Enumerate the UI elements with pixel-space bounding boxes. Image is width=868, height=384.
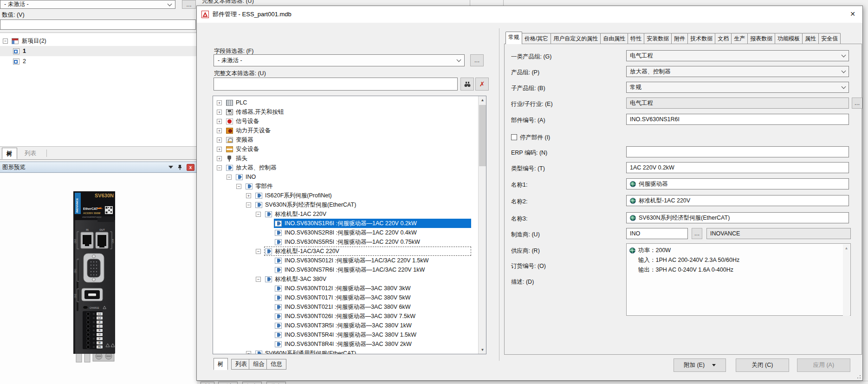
expander-icon[interactable]: + (217, 100, 222, 105)
close-icon[interactable]: x (187, 164, 194, 171)
tree-node-content[interactable]: INO.SV630NT5R4I :伺服驱动器—3AC 380V 1.5kW (274, 330, 471, 339)
parts-tree-node[interactable]: +信号设备 (213, 117, 471, 126)
parts-tree-node[interactable]: +插头 (213, 154, 471, 163)
parts-tree-node[interactable]: INO.SV630NS012I :伺服驱动器—1AC/3AC 220V 1.5k… (213, 256, 471, 265)
tree-node-content[interactable]: INO.SV630NS012I :伺服驱动器—1AC/3AC 220V 1.5k… (274, 256, 471, 265)
binoculars-icon[interactable] (460, 78, 474, 91)
type-number-input[interactable]: 1AC 220V 0.2kW (626, 162, 849, 173)
close-button[interactable]: 关闭 (C) (736, 358, 789, 372)
expander-icon[interactable]: + (217, 147, 222, 152)
tree-node-content[interactable]: 传感器,开关和按钮 (225, 107, 471, 117)
erp-code-input[interactable] (626, 146, 849, 157)
tree-node-content[interactable]: INO.SV630NS5R5I :伺服驱动器—1AC 220V 0.75kW (274, 237, 471, 247)
tree-node-content[interactable]: INO.SV630NS2R8I :伺服驱动器—1AC 220V 0.4kW (274, 228, 471, 237)
description-textarea[interactable]: 功率：200W 输入：1PH AC 200-240V 2.3A 50/60Hz … (626, 243, 851, 316)
product-top-group-select[interactable]: 电气工程 (626, 50, 849, 61)
parts-tree-node[interactable]: +安全设备 (213, 144, 471, 154)
tab-properties-13[interactable]: 安全值 (818, 33, 841, 44)
resize-grip[interactable] (856, 374, 861, 379)
tab-properties-2[interactable]: 用户自定义的属性 (551, 33, 601, 44)
scroll-up-icon[interactable]: ▲ (479, 96, 486, 104)
vertical-scrollbar[interactable]: ▲ ▼ (478, 96, 486, 354)
tree-node-content[interactable]: SV630N系列经济型伺服(EtherCAT) (254, 200, 471, 209)
discontinued-checkbox[interactable] (511, 134, 517, 140)
parts-tree-node[interactable]: −零部件 (213, 182, 471, 191)
filter-combobox[interactable]: - 未激活 - (0, 0, 175, 9)
tree-node-content[interactable]: 零部件 (245, 182, 471, 191)
parts-tree-node[interactable]: INO.SV630NT8R4I :伺服驱动器—3AC 380V 2kW (213, 339, 471, 349)
tab-properties-6[interactable]: 附件 (671, 33, 688, 44)
dialog-tab-list[interactable]: 列表 (231, 359, 251, 370)
expander-icon[interactable]: + (217, 156, 222, 161)
tab-list[interactable]: 列表 (20, 148, 40, 159)
parts-tree-node[interactable]: −INO (213, 172, 471, 182)
parts-tree-node[interactable]: −标准机型-1AC 220V (213, 209, 471, 219)
tab-properties-12[interactable]: 属性 (802, 33, 819, 44)
field-filter-combobox[interactable]: - 未激活 - (214, 54, 465, 66)
expander-icon[interactable]: + (217, 119, 222, 124)
dialog-titlebar[interactable]: 部件管理 - ESS_part001.mdb ✕ (197, 6, 862, 23)
parts-tree-node[interactable]: INO.SV630NT012I :伺服驱动器—3AC 380V 3kW (213, 284, 471, 293)
expander-icon[interactable]: + (217, 128, 222, 133)
tab-properties-1[interactable]: 价格/其它 (522, 33, 551, 44)
description-scrollbar[interactable]: ▲ (843, 244, 850, 316)
parts-tree-node[interactable]: +变频器 (213, 135, 471, 144)
parts-tree-node[interactable]: −标准机型-1AC/3AC 220V (213, 247, 471, 256)
parts-tree-node[interactable]: INO.SV630NS2R8I :伺服驱动器—1AC 220V 0.4kW (213, 228, 471, 237)
tree-node-content[interactable]: 标准机型-1AC/3AC 220V (264, 247, 471, 256)
close-icon[interactable]: ✕ (848, 9, 858, 20)
expander-icon[interactable]: − (246, 202, 251, 208)
chevron-down-icon[interactable] (168, 166, 173, 169)
parts-tree-node[interactable]: +IS620F系列伺服(ProfiNet) (213, 191, 471, 200)
name3-input[interactable]: SV630N系列经济型伺服(EtherCAT) (626, 212, 849, 223)
tree-node-content[interactable]: INO.SV630NS1R6I :伺服驱动器—1AC 220V 0.2kW (274, 219, 471, 228)
tree-node-content[interactable]: INO.SV630NT021I :伺服驱动器—3AC 380V 6kW (274, 302, 471, 312)
tree-node-content[interactable]: 插头 (225, 154, 471, 163)
expander-icon[interactable]: − (236, 184, 241, 189)
clear-filter-button[interactable]: ✗ (475, 78, 489, 91)
tree-node-content[interactable]: IS620F系列伺服(ProfiNet) (254, 191, 471, 200)
project-root-node[interactable]: − 新项目(2) (0, 36, 197, 46)
parts-tree-node[interactable]: INO.SV630NT017I :伺服驱动器—3AC 380V 5kW (213, 293, 471, 302)
dialog-tab-combination[interactable]: 组合 (249, 359, 269, 370)
name2-input[interactable]: 标准机型-1AC 220V (626, 195, 849, 206)
tree-node-content[interactable]: 标准机型-1AC 220V (264, 209, 471, 219)
tab-properties-8[interactable]: 文档 (715, 33, 732, 44)
apply-button[interactable]: 应用 (A) (797, 358, 850, 372)
tab-properties-9[interactable]: 生产 (731, 33, 748, 44)
parts-tree-node[interactable]: INO.SV630NS1R6I :伺服驱动器—1AC 220V 0.2kW (213, 219, 471, 228)
parts-tree-node[interactable]: INO.SV630NT5R4I :伺服驱动器—3AC 380V 1.5kW (213, 330, 471, 339)
tree-node-content[interactable]: INO.SV630NT026I :伺服驱动器—3AC 380V 7.5kW (274, 312, 471, 321)
tree-node-content[interactable]: SV660N系列通用型伺服(EtherCAT) (254, 349, 471, 354)
tree-node-content[interactable]: INO.SV630NT017I :伺服驱动器—3AC 380V 5kW (274, 293, 471, 302)
tab-properties-11[interactable]: 功能模板 (775, 33, 803, 44)
tree-node-content[interactable]: 标准机型-3AC 380V (264, 274, 471, 284)
parts-tree-node[interactable]: INO.SV630NS7R6I :伺服驱动器—1AC/3AC 220V 1kW (213, 265, 471, 274)
expander-icon[interactable]: − (256, 212, 261, 217)
tab-general[interactable]: 常规 (505, 32, 522, 44)
manufacturer-more-button[interactable]: … (692, 228, 702, 239)
pin-icon[interactable] (177, 164, 183, 170)
tree-node-content[interactable]: INO.SV630NS7R6I :伺服驱动器—1AC/3AC 220V 1kW (274, 265, 471, 274)
tree-node-content[interactable]: 安全设备 (225, 144, 471, 154)
industry-more-button[interactable]: … (852, 98, 862, 109)
parts-tree-node[interactable]: +动力开关设备 (213, 126, 471, 135)
product-subgroup-select[interactable]: 常规 (626, 82, 849, 93)
tree-node-content[interactable]: INO.SV630NT8R4I :伺服驱动器—3AC 380V 2kW (274, 339, 471, 349)
expander-icon[interactable]: − (256, 277, 261, 282)
scroll-down-icon[interactable]: ▼ (479, 346, 486, 354)
parts-tree-node[interactable]: INO.SV630NT3R5I :伺服驱动器—3AC 380V 1kW (213, 321, 471, 330)
expander-icon[interactable]: − (3, 39, 8, 44)
expander-icon[interactable]: − (246, 351, 251, 355)
filter-more-button[interactable]: … (182, 0, 196, 9)
parts-tree-node[interactable]: −SV660N系列通用型伺服(EtherCAT) (213, 349, 471, 354)
dialog-tab-tree[interactable]: 树 (214, 358, 228, 370)
tab-properties-5[interactable]: 安装数据 (644, 33, 672, 44)
project-page-node[interactable]: 2 (0, 56, 197, 66)
expander-icon[interactable]: + (246, 193, 251, 198)
tree-node-content[interactable]: INO.SV630NT3R5I :伺服驱动器—3AC 380V 1kW (274, 321, 471, 330)
product-group-select[interactable]: 放大器、控制器 (626, 66, 849, 77)
project-page-node[interactable]: 1 (0, 46, 197, 56)
parts-tree-node[interactable]: INO.SV630NS5R5I :伺服驱动器—1AC 220V 0.75kW (213, 237, 471, 247)
dialog-tab-info[interactable]: 信息 (266, 359, 286, 370)
